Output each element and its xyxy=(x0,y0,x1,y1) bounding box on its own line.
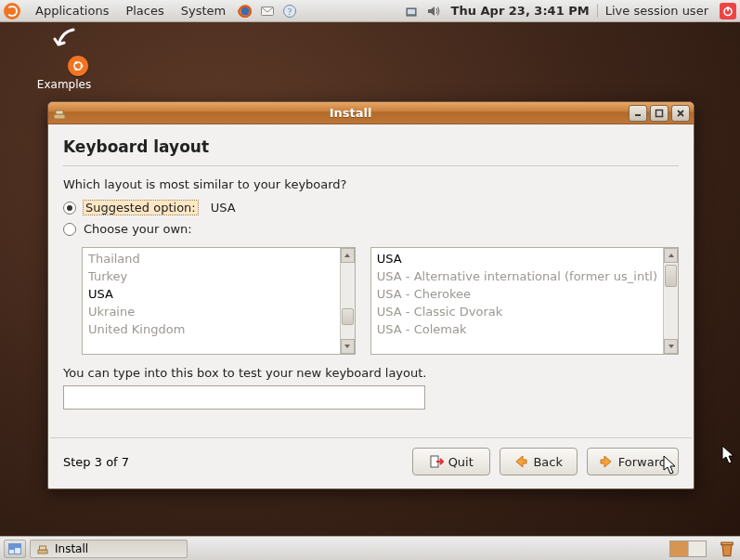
test-keyboard-input[interactable] xyxy=(63,385,425,410)
list-item[interactable]: USA xyxy=(377,250,657,267)
step-indicator: Step 3 of 7 xyxy=(63,455,403,469)
scroll-down-icon[interactable] xyxy=(664,339,678,354)
layout-variant-listbox[interactable]: USAUSA - Alternative international (form… xyxy=(370,247,679,355)
list-item[interactable]: USA - Colemak xyxy=(377,320,657,338)
power-button[interactable] xyxy=(720,3,736,20)
svg-point-12 xyxy=(75,68,78,71)
back-button[interactable]: Back xyxy=(500,448,578,475)
menu-applications[interactable]: Applications xyxy=(28,2,116,20)
arrow-left-icon xyxy=(513,454,528,469)
list-item[interactable]: Ukraine xyxy=(88,303,334,320)
page-title: Keyboard layout xyxy=(63,137,679,156)
list-item[interactable]: Turkey xyxy=(88,267,334,285)
trash-icon[interactable] xyxy=(718,540,736,558)
install-window: Install Keyboard layout Which layout is … xyxy=(47,101,695,489)
list-item[interactable]: Thailand xyxy=(88,250,334,267)
layout-country-listbox[interactable]: ThailandTurkeyUSAUkraineUnited Kingdom xyxy=(82,247,356,355)
quit-icon xyxy=(429,454,444,469)
svg-rect-6 xyxy=(408,9,415,14)
workspace-switcher[interactable] xyxy=(669,540,707,557)
svg-rect-20 xyxy=(15,548,20,553)
mail-icon[interactable] xyxy=(259,3,276,20)
svg-rect-23 xyxy=(721,542,734,545)
svg-rect-19 xyxy=(9,550,14,553)
quit-label: Quit xyxy=(448,455,474,469)
radio-suggested-label[interactable]: Suggested option: xyxy=(84,201,198,215)
test-keyboard-label: You can type into this box to test your … xyxy=(63,366,679,380)
menu-system[interactable]: System xyxy=(174,2,233,20)
svg-rect-21 xyxy=(38,550,47,553)
prompt-text: Which layout is most similar to your key… xyxy=(63,177,679,191)
list-item[interactable]: USA xyxy=(88,285,334,303)
cursor-icon xyxy=(721,445,738,465)
desktop-icon-label: Examples xyxy=(32,78,97,91)
suggested-value: USA xyxy=(211,201,236,215)
window-title: Install xyxy=(72,106,629,120)
bottom-panel: Install xyxy=(0,536,740,560)
forward-button[interactable]: Forward xyxy=(587,448,679,475)
firefox-icon[interactable] xyxy=(237,3,253,20)
svg-rect-13 xyxy=(54,114,65,119)
list-item[interactable]: USA - Classic Dvorak xyxy=(377,303,657,320)
titlebar[interactable]: Install xyxy=(48,102,694,124)
ubuntu-badge-icon xyxy=(68,56,88,76)
arrow-right-icon xyxy=(599,454,614,469)
svg-text:?: ? xyxy=(288,7,292,17)
svg-point-10 xyxy=(81,65,84,68)
radio-choose-own-label[interactable]: Choose your own: xyxy=(84,222,192,236)
update-icon[interactable] xyxy=(403,3,420,20)
taskbar-item-install[interactable]: Install xyxy=(30,540,188,558)
svg-rect-16 xyxy=(656,110,663,116)
scroll-up-icon[interactable] xyxy=(341,248,355,263)
menu-places[interactable]: Places xyxy=(118,2,171,20)
quit-button[interactable]: Quit xyxy=(412,448,490,475)
forward-label: Forward xyxy=(618,455,667,469)
svg-rect-22 xyxy=(40,546,46,550)
desktop-icon-examples[interactable]: Examples xyxy=(32,33,97,91)
installer-icon xyxy=(52,106,67,121)
scrollbar[interactable] xyxy=(663,248,678,354)
volume-icon[interactable] xyxy=(425,3,442,20)
maximize-button[interactable] xyxy=(650,105,669,122)
radio-choose-own[interactable] xyxy=(63,223,76,236)
clock[interactable]: Thu Apr 23, 3:41 PM xyxy=(446,4,595,18)
list-item[interactable]: United Kingdom xyxy=(88,320,334,338)
list-item[interactable]: USA - Alternative international (former … xyxy=(377,267,657,285)
scroll-up-icon[interactable] xyxy=(664,248,678,263)
radio-suggested[interactable] xyxy=(63,202,76,215)
user-menu[interactable]: Live session user xyxy=(597,4,714,18)
footer: Step 3 of 7 Quit Back Forward xyxy=(50,437,692,488)
divider xyxy=(63,165,679,166)
minimize-button[interactable] xyxy=(629,105,647,122)
top-panel: Applications Places System ? Thu Apr 23,… xyxy=(0,0,740,22)
taskbar-item-label: Install xyxy=(55,542,88,555)
scrollbar[interactable] xyxy=(340,248,355,354)
close-button[interactable] xyxy=(671,105,690,122)
list-item[interactable]: USA - Cherokee xyxy=(377,285,657,303)
svg-rect-14 xyxy=(56,111,63,114)
show-desktop-button[interactable] xyxy=(4,540,26,558)
back-label: Back xyxy=(533,455,563,469)
help-icon[interactable]: ? xyxy=(281,3,298,20)
installer-icon xyxy=(36,542,49,555)
scroll-down-icon[interactable] xyxy=(341,339,355,354)
svg-point-11 xyxy=(75,61,78,64)
ubuntu-logo-icon xyxy=(4,3,20,20)
